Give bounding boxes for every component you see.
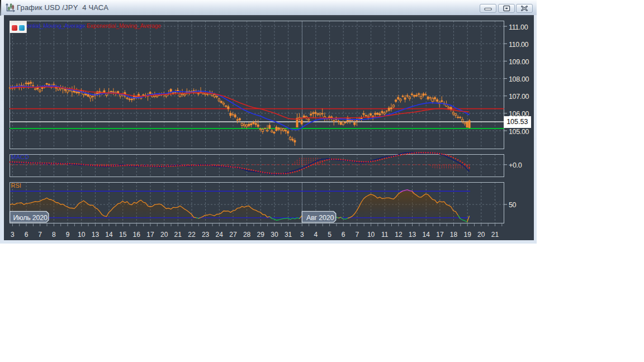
svg-text:29: 29	[257, 231, 265, 239]
svg-text:21: 21	[174, 231, 182, 239]
svg-text:107.00: 107.00	[509, 93, 529, 101]
svg-text:+0.0: +0.0	[509, 161, 522, 169]
svg-text:21: 21	[491, 231, 499, 239]
svg-text:22: 22	[188, 231, 196, 239]
svg-text:8: 8	[52, 231, 56, 239]
svg-text:18: 18	[450, 231, 458, 239]
svg-text:108.00: 108.00	[509, 75, 529, 83]
svg-text:MACD: MACD	[11, 154, 29, 160]
svg-text:Июль 2020: Июль 2020	[13, 214, 48, 222]
svg-text:24: 24	[216, 231, 224, 239]
svg-text:27: 27	[229, 231, 237, 239]
svg-text:14: 14	[423, 231, 430, 239]
svg-text:7: 7	[356, 231, 359, 239]
svg-text:17: 17	[436, 231, 444, 239]
svg-text:16: 16	[133, 231, 141, 239]
svg-text:3: 3	[300, 231, 304, 239]
svg-text:14: 14	[105, 231, 113, 239]
svg-text:20: 20	[160, 231, 168, 239]
svg-text:RSI: RSI	[11, 182, 21, 189]
svg-text:3: 3	[11, 231, 15, 239]
svg-text:30: 30	[271, 231, 278, 239]
svg-text:20: 20	[477, 231, 485, 239]
svg-text:10: 10	[367, 231, 375, 239]
svg-text:110.00: 110.00	[509, 41, 529, 49]
svg-text:4: 4	[314, 231, 318, 239]
svg-text:12: 12	[395, 231, 402, 239]
svg-text:17: 17	[146, 231, 154, 239]
svg-text:13: 13	[92, 231, 100, 239]
svg-text:15: 15	[119, 231, 127, 239]
svg-text:23: 23	[202, 231, 210, 239]
svg-text:Авг 2020: Авг 2020	[306, 214, 334, 222]
svg-text:6: 6	[25, 231, 29, 239]
svg-text:13: 13	[409, 231, 416, 239]
svg-text:10: 10	[78, 231, 86, 239]
svg-text:111.00: 111.00	[509, 23, 528, 31]
svg-text:109.00: 109.00	[509, 58, 529, 66]
svg-text:9: 9	[66, 231, 70, 239]
svg-text:7: 7	[38, 231, 42, 239]
svg-text:105.00: 105.00	[509, 128, 529, 136]
svg-text:19: 19	[464, 231, 472, 239]
svg-text:28: 28	[243, 231, 251, 239]
svg-text:5: 5	[328, 231, 332, 239]
svg-text:6: 6	[342, 231, 345, 239]
svg-text:11: 11	[381, 231, 389, 239]
svg-text:31: 31	[285, 231, 292, 239]
svg-text:50: 50	[509, 201, 517, 209]
